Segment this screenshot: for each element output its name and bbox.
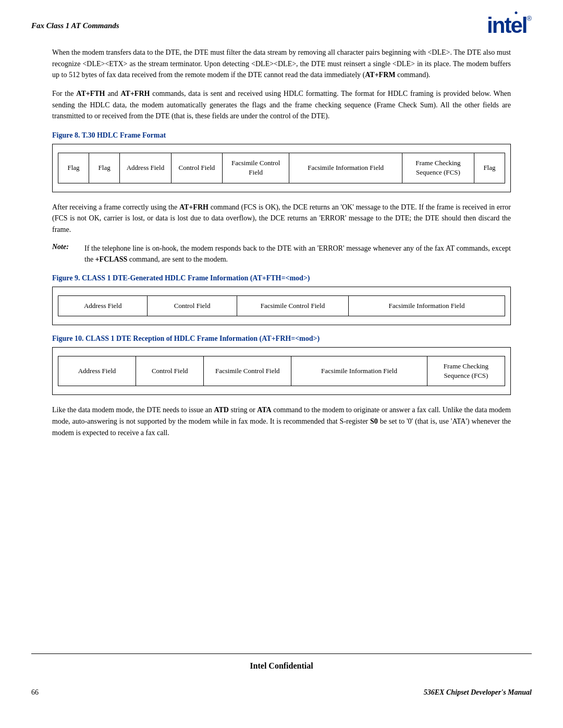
cell-address: Address Field — [120, 153, 172, 183]
logo-registered: ® — [527, 15, 532, 22]
figure8-box: Flag Flag Address Field Control Field Fa… — [52, 144, 511, 192]
cell-fax-control3: Facsimile Control Field — [204, 356, 291, 386]
ata-bold: ATA — [257, 406, 271, 414]
page-number: 66 — [31, 688, 39, 697]
cell-control3: Control Field — [136, 356, 204, 386]
note-label: Note: — [52, 243, 78, 251]
figure9-table: Address Field Control Field Facsimile Co… — [58, 295, 505, 316]
cell-address3: Address Field — [58, 356, 136, 386]
cell-fax-info3: Facsimile Information Field — [291, 356, 427, 386]
cell-address2: Address Field — [58, 295, 148, 316]
atd-bold: ATD — [214, 406, 229, 414]
page-header: Fax Class 1 AT Commands intel® — [0, 0, 563, 42]
note-text: If the telephone line is on-hook, the mo… — [84, 243, 511, 265]
cell-flag1: Flag — [58, 153, 89, 183]
cell-fcs2: Frame Checking Sequence (FCS) — [427, 356, 505, 386]
figure10-box: Address Field Control Field Facsimile Co… — [52, 347, 511, 395]
fclass-bold: +FCLASS — [95, 255, 128, 263]
cell-fax-control2: Facsimile Control Field — [237, 295, 348, 316]
cell-fax-info: Facsimile Information Field — [289, 153, 402, 183]
header-title: Fax Class 1 AT Commands — [31, 21, 119, 30]
atfrh-bold: AT+FRH — [120, 90, 150, 97]
note-block: Note: If the telephone line is on-hook, … — [52, 243, 511, 265]
figure9-label[interactable]: Figure 9. CLASS 1 DTE-Generated HDLC Fra… — [52, 274, 511, 282]
figure8-table: Flag Flag Address Field Control Field Fa… — [58, 153, 505, 183]
atfrh-bold2: AT+FRH — [179, 203, 209, 211]
table-row: Flag Flag Address Field Control Field Fa… — [58, 153, 505, 183]
cell-flag3: Flag — [474, 153, 505, 183]
confidential-text: Intel Confidential — [31, 653, 532, 675]
paragraph-1: When the modem transfers data to the DTE… — [52, 47, 511, 81]
table-row: Address Field Control Field Facsimile Co… — [58, 356, 505, 386]
intel-logo: intel® — [487, 15, 532, 36]
logo-dot — [515, 11, 518, 14]
page: Fax Class 1 AT Commands intel® When the … — [0, 0, 563, 728]
cell-control: Control Field — [171, 153, 223, 183]
figure10-table: Address Field Control Field Facsimile Co… — [58, 356, 505, 386]
figure10-label[interactable]: Figure 10. CLASS 1 DTE Reception of HDLC… — [52, 335, 511, 343]
main-content: When the modem transfers data to the DTE… — [0, 42, 563, 456]
page-footer: 66 536EX Chipset Developer's Manual — [0, 680, 563, 707]
cell-fax-control: Facsimile Control Field — [223, 153, 289, 183]
logo-e-letter: e — [510, 15, 521, 36]
after-figure10-para: Like the data modem mode, the DTE needs … — [52, 404, 511, 438]
atfrm-bold: AT+FRM — [365, 71, 395, 79]
table-row: Address Field Control Field Facsimile Co… — [58, 295, 505, 316]
after-figure8-para: After receiving a frame correctly using … — [52, 202, 511, 236]
cell-fcs: Frame Checking Sequence (FCS) — [402, 153, 474, 183]
cell-fax-info2: Facsimile Information Field — [349, 295, 505, 316]
doc-title: 536EX Chipset Developer's Manual — [424, 688, 532, 697]
paragraph-2: For the AT+FTH and AT+FRH commands, data… — [52, 88, 511, 122]
s0-bold: S0 — [370, 417, 378, 425]
logo-text: intel — [487, 15, 527, 36]
footer-area: Intel Confidential 66 536EX Chipset Deve… — [0, 653, 563, 707]
cell-flag2: Flag — [89, 153, 120, 183]
atfth-bold: AT+FTH — [76, 90, 105, 97]
cell-control2: Control Field — [148, 295, 237, 316]
figure8-label[interactable]: Figure 8. T.30 HDLC Frame Format — [52, 131, 511, 140]
figure9-box: Address Field Control Field Facsimile Co… — [52, 287, 511, 325]
